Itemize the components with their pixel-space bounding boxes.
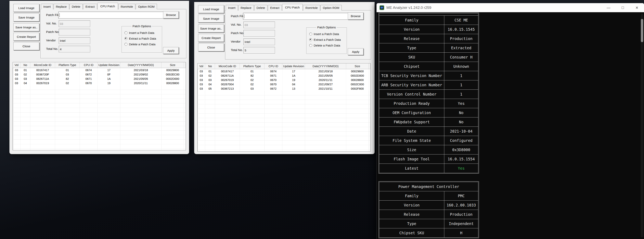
- radio-icon[interactable]: [124, 31, 128, 34]
- empty-cell: [369, 136, 370, 141]
- tab-cpu-patch[interactable]: CPU Patch: [98, 3, 118, 10]
- apply-button[interactable]: Apply: [348, 48, 364, 55]
- patch-no-label: Patch No.: [46, 30, 60, 34]
- column-header[interactable]: Size: [346, 64, 369, 69]
- minimize-button[interactable]: —: [602, 3, 616, 12]
- empty-cell: [120, 140, 162, 144]
- table-row[interactable]: 030400267004020670042021/09/270002C000: [198, 82, 370, 86]
- column-header[interactable]: No: [205, 64, 215, 69]
- column-header[interactable]: CPU ID: [80, 62, 98, 68]
- column-header[interactable]: Platform Type: [55, 62, 80, 68]
- column-header[interactable]: Vol: [198, 64, 205, 69]
- tab-replace[interactable]: Replace: [238, 5, 254, 10]
- scrollbar-thumb[interactable]: [641, 19, 643, 42]
- empty-cell: [13, 94, 20, 99]
- pmc-table-header: Power Management Controller: [379, 182, 478, 191]
- column-header[interactable]: Platform Type: [240, 64, 264, 69]
- close-button[interactable]: Close: [198, 43, 224, 52]
- radio-extract-patch[interactable]: Extract a Patch Data: [124, 37, 156, 40]
- browse-button[interactable]: Browse: [163, 11, 179, 18]
- radio-icon[interactable]: [124, 43, 128, 46]
- tab-extract[interactable]: Extract: [268, 5, 282, 10]
- apply-button[interactable]: Apply: [163, 47, 179, 54]
- create-report-button[interactable]: Create Report: [14, 33, 40, 41]
- tab-option-rom[interactable]: Option ROM: [136, 4, 157, 9]
- radio-insert-patch[interactable]: Insert a Patch Data: [309, 32, 339, 36]
- empty-cell: [215, 104, 240, 109]
- column-header[interactable]: Size: [162, 62, 184, 68]
- tab-delete[interactable]: Delete: [70, 4, 83, 9]
- column-header[interactable]: CPU ID: [264, 64, 282, 69]
- table-cell: 03: [20, 77, 30, 81]
- save-image-as-button[interactable]: Save Image as..: [198, 24, 224, 32]
- radio-icon[interactable]: [309, 32, 312, 36]
- create-report-button[interactable]: Create Report: [198, 34, 224, 42]
- column-header[interactable]: MicroCode ID: [30, 62, 55, 68]
- load-image-button[interactable]: Load Image: [14, 4, 40, 12]
- radio-icon[interactable]: [309, 44, 312, 47]
- tab-extract[interactable]: Extract: [83, 4, 97, 9]
- radio-icon[interactable]: [309, 38, 312, 41]
- table-row[interactable]: 030100167417010674172021/03/1800029800: [198, 69, 370, 74]
- tab-cpu-patch[interactable]: CPU Patch: [282, 4, 303, 11]
- empty-cell: [162, 149, 184, 150]
- table-row[interactable]: 03020036720F0306720F2021/09/020002EC00: [13, 72, 186, 77]
- patch-file-input[interactable]: [243, 13, 349, 20]
- save-image-button[interactable]: Save Image: [198, 14, 224, 23]
- table-row[interactable]: 030100167417010674172021/03/1800029800: [13, 68, 186, 72]
- column-header[interactable]: Update Revision: [282, 64, 305, 69]
- maximize-button[interactable]: □: [616, 3, 630, 12]
- total-no-label: Total No.: [46, 47, 58, 51]
- browse-button[interactable]: Browse: [348, 12, 364, 20]
- table-row[interactable]: 03030826711A8206711A2021/05/050002D000: [13, 77, 186, 81]
- table-row[interactable]: 03020826711A8206711A2021/05/050002D000: [198, 74, 370, 78]
- empty-cell: [305, 150, 346, 152]
- close-button[interactable]: ×: [630, 3, 644, 12]
- radio-delete-patch[interactable]: Delete a Patch Data: [309, 44, 340, 47]
- tab-romhole[interactable]: RomHole: [118, 4, 136, 9]
- empty-cell: [198, 114, 205, 118]
- radio-delete-patch[interactable]: Delete a Patch Data: [124, 42, 156, 46]
- radio-extract-patch[interactable]: Extract a Patch Data: [309, 38, 341, 42]
- table-row[interactable]: 030500367213030672132021/10/110002F800: [198, 86, 370, 91]
- empty-cell: [346, 109, 369, 114]
- tab-replace[interactable]: Replace: [54, 4, 69, 9]
- table-row[interactable]: 030400267019020670192020/11/1100028800: [13, 81, 186, 85]
- column-header[interactable]: Date(YYYY/MM/DD): [120, 62, 162, 68]
- table-cell: 03: [198, 82, 205, 86]
- me-title-bar[interactable]: ME Analyzer v1.242.0 r259 — □ ×: [376, 3, 644, 12]
- tab-romhole[interactable]: RomHole: [303, 5, 320, 10]
- empty-cell: [80, 90, 98, 94]
- tab-insert[interactable]: Insert: [41, 4, 53, 9]
- info-label: File System State: [379, 136, 444, 145]
- empty-cell: [215, 122, 240, 127]
- column-header[interactable]: Vol: [13, 62, 20, 68]
- save-image-as-button[interactable]: Save Image as..: [14, 23, 40, 31]
- table-cell: 2021/09/02: [120, 72, 162, 77]
- close-button[interactable]: Close: [14, 42, 40, 50]
- empty-cell: [215, 141, 240, 145]
- radio-icon[interactable]: [124, 37, 128, 40]
- tab-option-rom[interactable]: Option ROM: [320, 5, 342, 10]
- empty-cell: [13, 126, 20, 131]
- tab-delete[interactable]: Delete: [254, 5, 268, 10]
- load-image-button[interactable]: Load Image: [198, 5, 224, 13]
- empty-cell: [20, 149, 30, 150]
- column-header[interactable]: Date(YYYY/MM/DD): [305, 64, 346, 69]
- vertical-scrollbar[interactable]: [641, 14, 644, 238]
- patch-file-input[interactable]: [58, 12, 165, 18]
- save-image-button[interactable]: Save Image: [14, 14, 40, 22]
- table-row[interactable]: 030300267019020670192020/11/1100028800: [198, 78, 370, 82]
- table-cell: 2021/03/18: [305, 69, 346, 74]
- empty-cell: [120, 104, 162, 108]
- empty-cell: [184, 131, 186, 135]
- tab-insert[interactable]: Insert: [226, 5, 238, 10]
- cpu-patch-panel: Patch File Browse Vol. No. 03 Patch No. …: [225, 10, 371, 60]
- radio-insert-patch[interactable]: Insert a Patch Data: [124, 31, 154, 34]
- column-header[interactable]: MicroCode ID: [215, 64, 240, 69]
- empty-cell: [215, 95, 240, 100]
- empty-cell: [120, 122, 162, 126]
- table-cell: 02: [205, 74, 215, 78]
- column-header[interactable]: No: [20, 62, 30, 68]
- column-header[interactable]: Update Revision: [98, 62, 120, 68]
